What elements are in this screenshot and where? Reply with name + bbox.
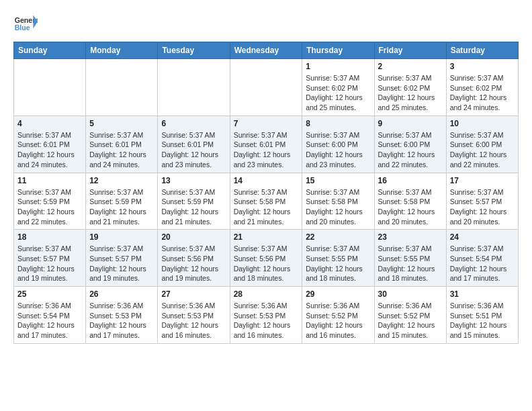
day-number: 9	[378, 119, 443, 128]
day-number: 24	[450, 232, 515, 242]
calendar-week-row: 11Sunrise: 5:37 AM Sunset: 5:59 PM Dayli…	[14, 173, 519, 230]
calendar-header-monday: Monday	[86, 42, 158, 59]
day-number: 26	[89, 289, 154, 299]
calendar-cell: 24Sunrise: 5:37 AM Sunset: 5:54 PM Dayli…	[446, 230, 518, 287]
calendar-cell: 27Sunrise: 5:36 AM Sunset: 5:53 PM Dayli…	[158, 287, 230, 344]
day-number: 5	[89, 119, 154, 128]
day-info: Sunrise: 5:37 AM Sunset: 6:01 PM Dayligh…	[161, 130, 226, 170]
calendar-week-row: 1Sunrise: 5:37 AM Sunset: 6:02 PM Daylig…	[14, 59, 519, 116]
day-number: 15	[306, 176, 370, 185]
calendar-cell: 2Sunrise: 5:37 AM Sunset: 6:02 PM Daylig…	[374, 59, 446, 116]
day-info: Sunrise: 5:36 AM Sunset: 5:52 PM Dayligh…	[306, 301, 370, 340]
calendar-cell: 1Sunrise: 5:37 AM Sunset: 6:02 PM Daylig…	[302, 59, 374, 116]
calendar-cell	[158, 59, 230, 116]
calendar-cell: 23Sunrise: 5:37 AM Sunset: 5:55 PM Dayli…	[374, 230, 446, 287]
day-info: Sunrise: 5:37 AM Sunset: 5:58 PM Dayligh…	[306, 187, 370, 227]
day-number: 22	[306, 232, 370, 242]
svg-text:Blue: Blue	[15, 24, 30, 32]
day-number: 6	[161, 119, 226, 128]
logo-icon: General Blue	[13, 11, 38, 35]
day-info: Sunrise: 5:37 AM Sunset: 6:01 PM Dayligh…	[89, 130, 154, 170]
day-number: 25	[17, 289, 82, 299]
calendar-cell: 28Sunrise: 5:36 AM Sunset: 5:53 PM Dayli…	[230, 287, 302, 344]
calendar-week-row: 4Sunrise: 5:37 AM Sunset: 6:01 PM Daylig…	[14, 116, 519, 173]
day-number: 20	[161, 232, 226, 242]
day-info: Sunrise: 5:36 AM Sunset: 5:53 PM Dayligh…	[234, 301, 299, 340]
day-number: 1	[306, 62, 370, 71]
day-number: 12	[89, 176, 154, 185]
calendar-cell: 9Sunrise: 5:37 AM Sunset: 6:00 PM Daylig…	[374, 116, 446, 173]
calendar-table: SundayMondayTuesdayWednesdayThursdayFrid…	[13, 42, 519, 344]
day-number: 19	[89, 232, 154, 242]
day-info: Sunrise: 5:37 AM Sunset: 5:55 PM Dayligh…	[306, 244, 370, 283]
calendar-header-thursday: Thursday	[302, 42, 374, 59]
calendar-cell: 7Sunrise: 5:37 AM Sunset: 6:01 PM Daylig…	[230, 116, 302, 173]
calendar-cell: 26Sunrise: 5:36 AM Sunset: 5:53 PM Dayli…	[86, 287, 158, 344]
calendar-cell: 21Sunrise: 5:37 AM Sunset: 5:56 PM Dayli…	[230, 230, 302, 287]
calendar-week-row: 25Sunrise: 5:36 AM Sunset: 5:54 PM Dayli…	[14, 287, 519, 344]
day-number: 8	[306, 119, 370, 128]
calendar-header-friday: Friday	[374, 42, 446, 59]
calendar-cell	[14, 59, 86, 116]
calendar-cell	[86, 59, 158, 116]
day-number: 14	[234, 176, 299, 185]
calendar-cell: 14Sunrise: 5:37 AM Sunset: 5:58 PM Dayli…	[230, 173, 302, 230]
day-info: Sunrise: 5:36 AM Sunset: 5:53 PM Dayligh…	[89, 301, 154, 340]
day-info: Sunrise: 5:37 AM Sunset: 5:57 PM Dayligh…	[450, 187, 515, 227]
day-number: 29	[306, 289, 370, 299]
day-number: 28	[234, 289, 299, 299]
day-number: 27	[161, 289, 226, 299]
calendar-cell: 12Sunrise: 5:37 AM Sunset: 5:59 PM Dayli…	[86, 173, 158, 230]
calendar-cell: 20Sunrise: 5:37 AM Sunset: 5:56 PM Dayli…	[158, 230, 230, 287]
calendar-header-row: SundayMondayTuesdayWednesdayThursdayFrid…	[14, 42, 519, 59]
calendar-cell	[230, 59, 302, 116]
calendar-header-saturday: Saturday	[446, 42, 518, 59]
calendar-cell: 5Sunrise: 5:37 AM Sunset: 6:01 PM Daylig…	[86, 116, 158, 173]
calendar-header-wednesday: Wednesday	[230, 42, 302, 59]
calendar-cell: 15Sunrise: 5:37 AM Sunset: 5:58 PM Dayli…	[302, 173, 374, 230]
calendar-cell: 13Sunrise: 5:37 AM Sunset: 5:59 PM Dayli…	[158, 173, 230, 230]
day-info: Sunrise: 5:37 AM Sunset: 5:56 PM Dayligh…	[161, 244, 226, 283]
page-header: General Blue	[13, 11, 519, 35]
day-info: Sunrise: 5:37 AM Sunset: 5:59 PM Dayligh…	[161, 187, 226, 227]
day-number: 7	[234, 119, 299, 128]
day-number: 2	[378, 62, 443, 71]
calendar-header-sunday: Sunday	[14, 42, 86, 59]
day-info: Sunrise: 5:37 AM Sunset: 5:58 PM Dayligh…	[234, 187, 299, 227]
day-info: Sunrise: 5:37 AM Sunset: 5:57 PM Dayligh…	[89, 244, 154, 283]
day-info: Sunrise: 5:37 AM Sunset: 6:02 PM Dayligh…	[378, 73, 443, 113]
day-info: Sunrise: 5:37 AM Sunset: 6:01 PM Dayligh…	[234, 130, 299, 170]
day-info: Sunrise: 5:36 AM Sunset: 5:53 PM Dayligh…	[161, 301, 226, 340]
logo: General Blue	[13, 11, 38, 35]
day-info: Sunrise: 5:36 AM Sunset: 5:51 PM Dayligh…	[450, 301, 515, 340]
calendar-cell: 31Sunrise: 5:36 AM Sunset: 5:51 PM Dayli…	[446, 287, 518, 344]
calendar-week-row: 18Sunrise: 5:37 AM Sunset: 5:57 PM Dayli…	[14, 230, 519, 287]
calendar-cell: 25Sunrise: 5:36 AM Sunset: 5:54 PM Dayli…	[14, 287, 86, 344]
calendar-cell: 22Sunrise: 5:37 AM Sunset: 5:55 PM Dayli…	[302, 230, 374, 287]
day-number: 17	[450, 176, 515, 185]
day-info: Sunrise: 5:36 AM Sunset: 5:52 PM Dayligh…	[378, 301, 443, 340]
calendar-header-tuesday: Tuesday	[158, 42, 230, 59]
day-number: 4	[17, 119, 82, 128]
calendar-cell: 29Sunrise: 5:36 AM Sunset: 5:52 PM Dayli…	[302, 287, 374, 344]
day-info: Sunrise: 5:37 AM Sunset: 6:02 PM Dayligh…	[306, 73, 370, 113]
calendar-cell: 3Sunrise: 5:37 AM Sunset: 6:02 PM Daylig…	[446, 59, 518, 116]
day-info: Sunrise: 5:37 AM Sunset: 5:57 PM Dayligh…	[17, 244, 82, 283]
day-info: Sunrise: 5:37 AM Sunset: 5:58 PM Dayligh…	[378, 187, 443, 227]
day-info: Sunrise: 5:37 AM Sunset: 5:59 PM Dayligh…	[89, 187, 154, 227]
calendar-cell: 16Sunrise: 5:37 AM Sunset: 5:58 PM Dayli…	[374, 173, 446, 230]
day-number: 10	[450, 119, 515, 128]
day-info: Sunrise: 5:37 AM Sunset: 6:00 PM Dayligh…	[378, 130, 443, 170]
calendar-cell: 19Sunrise: 5:37 AM Sunset: 5:57 PM Dayli…	[86, 230, 158, 287]
day-number: 31	[450, 289, 515, 299]
day-number: 23	[378, 232, 443, 242]
calendar-cell: 10Sunrise: 5:37 AM Sunset: 6:00 PM Dayli…	[446, 116, 518, 173]
day-info: Sunrise: 5:37 AM Sunset: 6:01 PM Dayligh…	[17, 130, 82, 170]
calendar-cell: 4Sunrise: 5:37 AM Sunset: 6:01 PM Daylig…	[14, 116, 86, 173]
day-number: 16	[378, 176, 443, 185]
day-number: 21	[234, 232, 299, 242]
day-number: 13	[161, 176, 226, 185]
calendar-cell: 18Sunrise: 5:37 AM Sunset: 5:57 PM Dayli…	[14, 230, 86, 287]
day-number: 18	[17, 232, 82, 242]
calendar-cell: 11Sunrise: 5:37 AM Sunset: 5:59 PM Dayli…	[14, 173, 86, 230]
